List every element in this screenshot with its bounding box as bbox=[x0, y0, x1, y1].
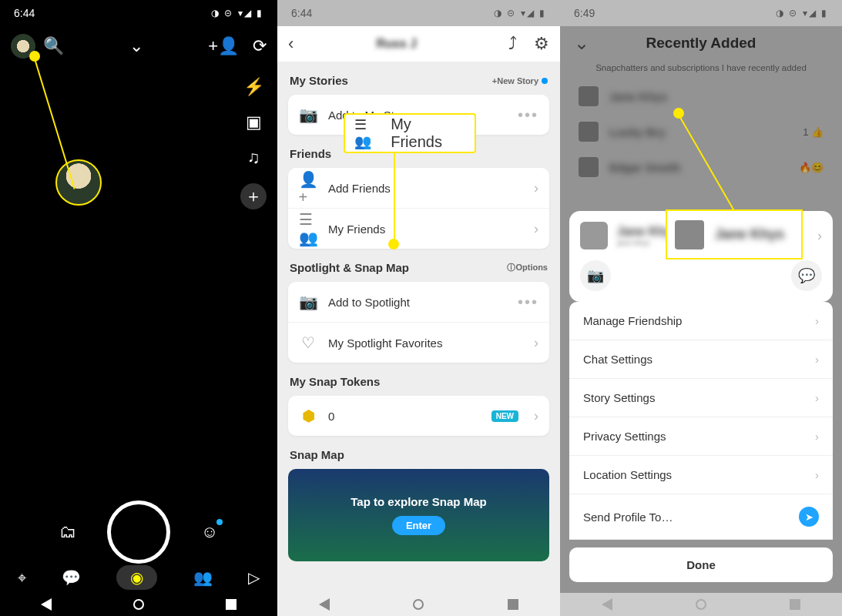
send-icon[interactable]: ➤ bbox=[799, 507, 819, 527]
android-back-icon[interactable] bbox=[319, 598, 330, 611]
annotation-line bbox=[394, 152, 395, 244]
spotlight-camera-icon: 📷 bbox=[299, 293, 317, 311]
section-friends: Friends bbox=[290, 147, 331, 160]
annotation-dot bbox=[29, 51, 40, 62]
snap-map-card[interactable]: Tap to explore Snap Map Enter bbox=[288, 469, 549, 561]
android-recent-icon[interactable] bbox=[508, 599, 518, 610]
sheet-manage-friendship[interactable]: Manage Friendship› bbox=[569, 302, 833, 340]
add-tool-icon[interactable]: ＋ bbox=[240, 183, 267, 209]
annotation-dot bbox=[673, 108, 684, 119]
android-back-icon[interactable] bbox=[602, 598, 612, 611]
android-home-icon[interactable] bbox=[413, 599, 424, 610]
my-friends-row[interactable]: ☰👥 My Friends › bbox=[288, 208, 549, 249]
android-home-icon[interactable] bbox=[133, 599, 144, 610]
new-story-dot bbox=[542, 78, 548, 84]
search-icon[interactable]: 🔍 bbox=[43, 36, 64, 56]
section-stories: My Stories bbox=[290, 74, 348, 87]
profile-name: Russ J bbox=[301, 37, 491, 51]
friends-list-icon: ☰👥 bbox=[354, 116, 383, 150]
tokens-row[interactable]: ⬢ 0 NEW › bbox=[288, 396, 549, 436]
section-spotlight: Spotlight & Snap Map bbox=[290, 261, 409, 274]
bitmoji-avatar[interactable] bbox=[55, 159, 102, 206]
chevron-right-icon: › bbox=[534, 180, 538, 196]
chevron-right-icon: › bbox=[815, 391, 819, 404]
share-icon[interactable]: ⤴ bbox=[508, 34, 517, 54]
friend-avatar bbox=[580, 222, 608, 249]
chevron-right-icon: › bbox=[815, 430, 819, 443]
chevron-right-icon: › bbox=[534, 221, 538, 237]
section-snapmap: Snap Map bbox=[290, 448, 344, 461]
chevron-right-icon: › bbox=[815, 353, 819, 366]
android-back-icon[interactable] bbox=[41, 598, 52, 611]
token-icon: ⬢ bbox=[299, 407, 317, 425]
video-icon[interactable]: ▣ bbox=[246, 112, 262, 132]
enter-map-button[interactable]: Enter bbox=[392, 516, 445, 535]
shutter-button[interactable] bbox=[107, 500, 170, 564]
sheet-chat-settings[interactable]: Chat Settings› bbox=[569, 340, 833, 379]
chevron-right-icon[interactable]: › bbox=[817, 228, 822, 244]
add-friend-icon[interactable]: +👤 bbox=[208, 36, 239, 56]
camera-caret-icon[interactable]: ⌄ bbox=[129, 36, 143, 56]
nav-friends-icon[interactable]: 👥 bbox=[193, 568, 213, 587]
lens-icon[interactable]: ☺ bbox=[201, 522, 218, 542]
chat-button[interactable]: 💬 bbox=[791, 260, 822, 291]
android-recent-icon[interactable] bbox=[790, 599, 800, 610]
action-sheet: Manage Friendship› Chat Settings› Story … bbox=[569, 302, 833, 582]
done-button[interactable]: Done bbox=[569, 547, 833, 582]
camera-button[interactable]: 📷 bbox=[580, 260, 611, 291]
nav-play-icon[interactable]: ▷ bbox=[248, 568, 260, 587]
status-icons: ◑ ⊝ ▾◢ ▮ bbox=[211, 8, 263, 18]
friends-list-icon: ☰👥 bbox=[299, 219, 317, 238]
sheet-privacy-settings[interactable]: Privacy Settings› bbox=[569, 417, 833, 456]
heart-icon: ♡ bbox=[299, 333, 317, 352]
camera-icon: 📷 bbox=[299, 105, 317, 124]
chevron-right-icon: › bbox=[815, 314, 819, 327]
add-person-icon: 👤+ bbox=[299, 179, 317, 197]
android-home-icon[interactable] bbox=[696, 599, 706, 610]
nav-chat-icon[interactable]: 💬 bbox=[62, 568, 81, 587]
flip-camera-icon[interactable]: ⟳ bbox=[253, 36, 267, 56]
annotation-dot bbox=[388, 239, 399, 249]
status-time: 6:49 bbox=[574, 7, 595, 19]
flash-icon[interactable]: ⚡ bbox=[243, 77, 264, 97]
nav-camera-icon[interactable]: ◉ bbox=[116, 565, 157, 590]
android-recent-icon[interactable] bbox=[226, 599, 236, 610]
spotlight-favorites-row[interactable]: ♡ My Spotlight Favorites › bbox=[288, 322, 549, 363]
status-time: 6:44 bbox=[14, 7, 35, 19]
new-story-button[interactable]: +New Story bbox=[492, 76, 538, 85]
status-icons: ◑ ⊝ ▾◢ ▮ bbox=[494, 8, 546, 18]
sheet-send-profile[interactable]: Send Profile To…➤ bbox=[569, 494, 833, 540]
chevron-right-icon: › bbox=[815, 468, 819, 481]
callout-friend: Jane Khys bbox=[666, 209, 803, 259]
add-friends-row[interactable]: 👤+ Add Friends › bbox=[288, 168, 549, 208]
status-icons: ◑ ⊝ ▾◢ ▮ bbox=[776, 8, 828, 18]
options-button[interactable]: ⓘOptions bbox=[507, 262, 548, 273]
sheet-story-settings[interactable]: Story Settings› bbox=[569, 379, 833, 417]
chevron-right-icon: › bbox=[534, 335, 538, 351]
more-icon[interactable]: ••• bbox=[518, 106, 538, 124]
friend-avatar bbox=[675, 220, 704, 249]
section-tokens: My Snap Tokens bbox=[290, 375, 380, 388]
back-icon[interactable]: ‹ bbox=[288, 34, 294, 54]
memories-icon[interactable]: 🗂 bbox=[59, 522, 76, 542]
settings-gear-icon[interactable]: ⚙ bbox=[534, 34, 549, 54]
music-icon[interactable]: ♫ bbox=[247, 148, 260, 168]
add-spotlight-row[interactable]: 📷 Add to Spotlight ••• bbox=[288, 282, 549, 322]
new-badge: NEW bbox=[491, 410, 518, 422]
chevron-right-icon: › bbox=[534, 408, 538, 424]
more-icon[interactable]: ••• bbox=[518, 293, 538, 311]
nav-map-icon[interactable]: ⌖ bbox=[18, 569, 26, 587]
callout-my-friends: ☰👥 My Friends bbox=[344, 113, 476, 153]
sheet-location-settings[interactable]: Location Settings› bbox=[569, 456, 833, 494]
status-time: 6:44 bbox=[291, 7, 312, 19]
annotation-line bbox=[33, 56, 75, 189]
